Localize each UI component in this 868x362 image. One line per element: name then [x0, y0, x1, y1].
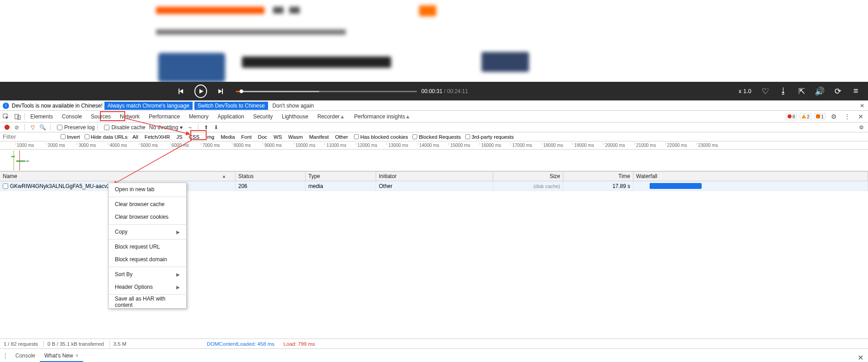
player-speed[interactable]: x 1.0: [739, 88, 751, 94]
inspect-element-icon[interactable]: [0, 111, 12, 122]
filter-js[interactable]: JS: [175, 134, 184, 140]
page-background: [0, 0, 868, 82]
disable-cache-checkbox[interactable]: Disable cache: [104, 124, 145, 131]
ctx-save-har[interactable]: Save all as HAR with content: [108, 296, 186, 308]
drawer-tab-whats-new[interactable]: What's New×: [40, 351, 83, 362]
drawer-close-icon[interactable]: ✕: [853, 353, 868, 362]
blocked-cookies-checkbox[interactable]: Has blocked cookies: [354, 134, 408, 140]
tab-performance-insights[interactable]: Performance insights ▲: [349, 111, 415, 122]
tab-network[interactable]: Network: [115, 111, 144, 122]
col-initiator[interactable]: Initiator: [376, 172, 493, 181]
network-settings-icon[interactable]: ⚙: [856, 122, 866, 132]
row-checkbox[interactable]: [3, 183, 8, 189]
filter-toggle-icon[interactable]: ▽: [28, 122, 38, 132]
timeline-tick: 22000 ms: [665, 143, 687, 145]
network-conditions-icon[interactable]: ⏦: [185, 122, 195, 132]
ctx-header-options[interactable]: Header Options▶: [108, 281, 186, 293]
infobar-text: DevTools is now available in Chinese!: [12, 103, 103, 109]
always-match-language-button[interactable]: Always match Chrome's language: [104, 102, 193, 110]
timeline-tick: 7000 ms: [201, 143, 220, 145]
ctx-clear-cache[interactable]: Clear browser cache: [108, 198, 186, 211]
drawer-tab-close-icon[interactable]: ×: [75, 353, 79, 359]
switch-devtools-language-button[interactable]: Switch DevTools to Chinese: [194, 102, 268, 110]
share-icon[interactable]: ⇱: [797, 87, 806, 95]
warning-count-badge[interactable]: 2: [800, 113, 811, 120]
ctx-block-domain[interactable]: Block request domain: [108, 253, 186, 266]
col-waterfall[interactable]: Waterfall: [633, 172, 868, 181]
export-har-icon[interactable]: ⬇: [211, 122, 221, 132]
col-time[interactable]: Time: [563, 172, 633, 181]
filter-font[interactable]: Font: [240, 134, 253, 140]
playlist-icon[interactable]: ≡: [852, 87, 860, 95]
timeline-tick: 8000 ms: [232, 143, 251, 145]
issue-count-badge[interactable]: 1: [814, 113, 826, 120]
tab-application[interactable]: Application: [213, 111, 249, 122]
settings-icon[interactable]: ⚙: [828, 111, 839, 122]
filter-doc[interactable]: Doc: [257, 134, 269, 140]
col-size[interactable]: Size: [493, 172, 563, 181]
ctx-copy[interactable]: Copy▶: [108, 226, 186, 238]
hide-data-urls-checkbox[interactable]: Hide data URLs: [85, 134, 127, 140]
timeline-tick: 20000 ms: [604, 143, 625, 145]
player-play-button[interactable]: [194, 85, 207, 98]
player-next-button[interactable]: [214, 85, 227, 98]
row-size: (disk cache): [533, 183, 560, 189]
filter-manifest[interactable]: Manifest: [308, 134, 330, 140]
volume-icon[interactable]: 🔊: [816, 87, 824, 95]
filter-other[interactable]: Other: [334, 134, 349, 140]
timeline-tick: 4000 ms: [108, 143, 127, 145]
ctx-block-url[interactable]: Block request URL: [108, 240, 186, 253]
filter-img[interactable]: Img: [204, 134, 216, 140]
like-icon[interactable]: ♡: [761, 87, 769, 95]
network-filter-bar: Invert Hide data URLs All Fetch/XHR JS C…: [0, 132, 868, 141]
tab-lighthouse[interactable]: Lighthouse: [277, 111, 313, 122]
dont-show-again-link[interactable]: Don't show again: [273, 103, 314, 109]
filter-all[interactable]: All: [131, 134, 140, 140]
tab-sources[interactable]: Sources: [86, 111, 115, 122]
record-button[interactable]: [2, 122, 12, 132]
preserve-log-checkbox[interactable]: Preserve log: [57, 124, 94, 131]
filter-wasm[interactable]: Wasm: [287, 134, 304, 140]
error-count-badge[interactable]: 8: [786, 113, 797, 120]
network-timeline-overview[interactable]: 1000 ms2000 ms3000 ms4000 ms5000 ms6000 …: [0, 141, 868, 171]
filter-media[interactable]: Media: [219, 134, 236, 140]
ctx-open-new-tab[interactable]: Open in new tab: [108, 183, 186, 196]
tab-performance[interactable]: Performance: [144, 111, 184, 122]
tab-memory[interactable]: Memory: [184, 111, 213, 122]
filter-css[interactable]: CSS: [187, 134, 201, 140]
filter-fetchxhr[interactable]: Fetch/XHR: [143, 134, 171, 140]
tab-elements[interactable]: Elements: [26, 111, 57, 122]
more-icon[interactable]: ⋮: [842, 111, 853, 122]
tab-recorder[interactable]: Recorder ▲: [313, 111, 349, 122]
timeline-tick: 16000 ms: [480, 143, 501, 145]
download-icon[interactable]: ⭳: [779, 87, 788, 95]
ctx-sort-by[interactable]: Sort By▶: [108, 268, 186, 281]
col-name[interactable]: Name: [0, 172, 236, 181]
timeline-tick: 1000 ms: [15, 143, 34, 145]
col-type[interactable]: Type: [306, 172, 376, 181]
clear-icon[interactable]: ⊘: [12, 122, 22, 132]
filter-ws[interactable]: WS: [272, 134, 283, 140]
network-status-bar: 1 / 82 requests 0 B / 35.1 kB transferre…: [0, 338, 868, 348]
third-party-checkbox[interactable]: 3rd-party requests: [465, 134, 514, 140]
import-har-icon[interactable]: ⬆: [201, 122, 211, 132]
blocked-requests-checkbox[interactable]: Blocked Requests: [412, 134, 461, 140]
drawer-tab-console[interactable]: Console: [11, 351, 40, 362]
infobar-close-icon[interactable]: ✕: [860, 103, 864, 109]
tab-console[interactable]: Console: [57, 111, 86, 122]
sb-load: Load: 799 ms: [283, 341, 315, 347]
device-toggle-icon[interactable]: [12, 111, 24, 122]
col-status[interactable]: Status: [236, 172, 306, 181]
drawer-more-icon[interactable]: ⋮: [0, 349, 11, 362]
throttling-select[interactable]: No throttling ▾: [149, 124, 183, 131]
filter-input[interactable]: [2, 133, 56, 141]
player-progress-bar[interactable]: [236, 88, 417, 94]
tab-security[interactable]: Security: [249, 111, 277, 122]
devtools-close-icon[interactable]: ✕: [855, 111, 866, 122]
ctx-clear-cookies[interactable]: Clear browser cookies: [108, 211, 186, 223]
invert-checkbox[interactable]: Invert: [61, 134, 80, 140]
search-icon[interactable]: 🔍: [38, 122, 47, 132]
loop-icon[interactable]: ⟳: [834, 87, 842, 95]
sb-requests: 1 / 82 requests: [4, 341, 38, 347]
player-prev-button[interactable]: [175, 85, 187, 98]
